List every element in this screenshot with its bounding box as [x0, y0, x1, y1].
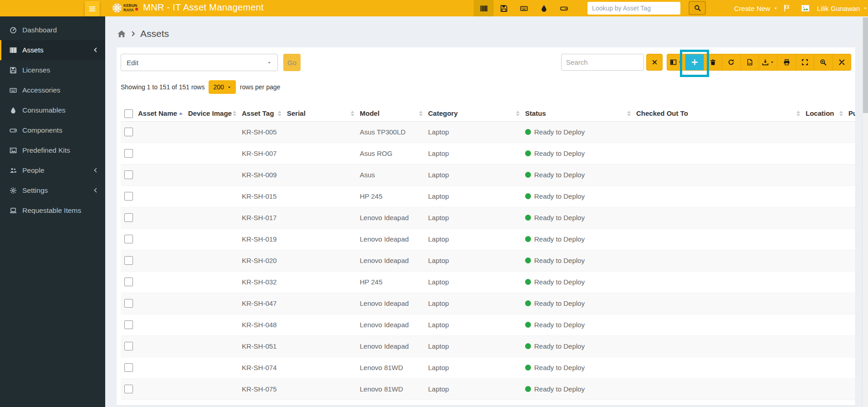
cell-device-image: [184, 250, 238, 271]
cell-location: [802, 250, 845, 271]
row-checkbox[interactable]: [124, 235, 133, 243]
export-csv-button[interactable]: CSV: [741, 54, 759, 71]
cell-asset-tag: KR-SH-074: [238, 357, 283, 378]
sidebar-item-predefined-kits[interactable]: Predefined Kits: [0, 140, 105, 160]
row-checkbox[interactable]: [124, 149, 133, 158]
column-header-device-image[interactable]: Device Image: [184, 106, 238, 121]
avatar[interactable]: [800, 4, 811, 13]
sidebar-item-assets[interactable]: Assets: [0, 40, 105, 60]
sidebar: DashboardAssetsLicensesAccessoriesConsum…: [0, 16, 105, 407]
assets-shortcut[interactable]: [474, 0, 494, 16]
report-flag-button[interactable]: [783, 4, 791, 12]
row-checkbox[interactable]: [124, 256, 133, 265]
cell-checked-out-to: [633, 314, 802, 335]
sidebar-item-label: Settings: [22, 186, 48, 195]
cell-model: Lenovo Ideapad: [356, 228, 424, 250]
row-checkbox[interactable]: [124, 128, 133, 136]
cell-category: Laptop: [424, 293, 521, 314]
lookup-asset-tag-input[interactable]: [587, 2, 680, 15]
cell-select: [121, 335, 134, 357]
row-checkbox[interactable]: [124, 170, 133, 179]
status-dot-icon: [525, 236, 531, 242]
create-new-menu[interactable]: Create New: [734, 0, 778, 16]
row-checkbox[interactable]: [124, 299, 133, 308]
cell-asset-tag: KR-SH-015: [238, 185, 283, 207]
column-header-asset-name[interactable]: Asset Name: [134, 106, 184, 121]
components-shortcut[interactable]: [554, 0, 574, 16]
org-logo[interactable]: KEBUN RAYA: [111, 2, 139, 14]
kit-icon: [8, 147, 18, 154]
accessories-shortcut[interactable]: [514, 0, 534, 16]
select-all-checkbox[interactable]: [124, 109, 133, 118]
sidebar-item-consumables[interactable]: Consumables: [0, 100, 105, 120]
sidebar-item-licenses[interactable]: Licenses: [0, 60, 105, 80]
table-search-input[interactable]: [561, 54, 644, 71]
cell-checked-out-to: [633, 293, 802, 314]
refresh-button[interactable]: [722, 54, 740, 71]
column-header-location[interactable]: Location: [802, 106, 845, 121]
scrollbar-thumb[interactable]: [863, 17, 868, 113]
cell-asset-name: [134, 164, 184, 185]
sidebar-item-settings[interactable]: Settings: [0, 180, 105, 201]
print-button[interactable]: [777, 54, 796, 71]
column-header-status[interactable]: Status: [521, 106, 633, 121]
row-checkbox[interactable]: [124, 192, 133, 201]
sidebar-toggle-button[interactable]: [85, 1, 100, 16]
cell-model: Lenovo 81WD: [356, 357, 424, 378]
sidebar-item-label: People: [22, 166, 44, 175]
cell-asset-tag: KR-SH-051: [238, 335, 283, 357]
cell-category: Laptop: [424, 357, 521, 378]
cell-model: Asus ROG: [356, 143, 424, 164]
cell-status: Ready to Deploy: [521, 335, 633, 357]
sidebar-item-accessories[interactable]: Accessories: [0, 80, 105, 100]
main-content: Assets Edit Go CSV Showing 1 to 151 of 1…: [105, 16, 868, 407]
row-checkbox[interactable]: [124, 363, 133, 372]
table-row: KR-SH-047Lenovo IdeapadLaptopReady to De…: [121, 293, 855, 314]
column-header-checked-out-to[interactable]: Checked Out To: [633, 106, 802, 121]
table-row: KR-SH-075Lenovo 81WDLaptopReady to Deplo…: [121, 378, 855, 400]
licenses-shortcut[interactable]: [494, 0, 514, 16]
table-row: KR-SH-017Lenovo IdeapadLaptopReady to De…: [121, 207, 855, 228]
home-icon[interactable]: [117, 30, 126, 38]
cell-asset-name: [134, 314, 184, 335]
sidebar-item-requestable-items[interactable]: Requestable Items: [0, 201, 105, 221]
fullscreen-button[interactable]: [796, 54, 814, 71]
bulk-actions-select[interactable]: Edit: [121, 54, 278, 71]
bulk-delete-button[interactable]: [704, 54, 722, 71]
sidebar-item-label: Requestable Items: [22, 206, 81, 215]
column-header-model[interactable]: Model: [356, 106, 424, 121]
row-checkbox[interactable]: [124, 342, 133, 350]
cell-location: [802, 207, 845, 228]
cell-checked-out-to: [633, 121, 802, 143]
consumables-shortcut[interactable]: [534, 0, 554, 16]
cell-checked-out-to: [633, 164, 802, 185]
sidebar-item-components[interactable]: Components: [0, 120, 105, 140]
cell-status: Ready to Deploy: [521, 164, 633, 185]
advanced-search-button[interactable]: [814, 54, 832, 71]
column-header-asset-tag[interactable]: Asset Tag: [238, 106, 283, 121]
tools-button[interactable]: [833, 54, 851, 71]
row-checkbox[interactable]: [124, 213, 133, 222]
add-asset-button[interactable]: [685, 54, 704, 71]
cell-checked-out-to: [633, 228, 802, 250]
vertical-scrollbar[interactable]: [862, 16, 868, 407]
row-checkbox[interactable]: [124, 385, 133, 393]
row-checkbox[interactable]: [124, 320, 133, 329]
column-header-category[interactable]: Category: [424, 106, 521, 121]
clear-search-button[interactable]: [646, 54, 663, 71]
export-button[interactable]: [759, 54, 777, 71]
lookup-search-button[interactable]: [689, 1, 706, 15]
cell-model: [356, 400, 424, 405]
go-button[interactable]: Go: [283, 54, 301, 71]
page-title: Assets: [140, 28, 169, 39]
column-header-serial[interactable]: Serial: [283, 106, 356, 121]
toggle-columns-button[interactable]: [667, 54, 685, 71]
flag-icon: [783, 4, 791, 12]
sidebar-item-dashboard[interactable]: Dashboard: [0, 20, 105, 40]
page-size-button[interactable]: 200: [209, 80, 235, 94]
user-menu[interactable]: Lilik Gunawan: [817, 0, 868, 16]
row-checkbox[interactable]: [124, 278, 133, 286]
sidebar-item-people[interactable]: People: [0, 160, 105, 180]
cell-status: Ready to Deploy: [521, 378, 633, 400]
cell-model: Lenovo Ideapad: [356, 314, 424, 335]
